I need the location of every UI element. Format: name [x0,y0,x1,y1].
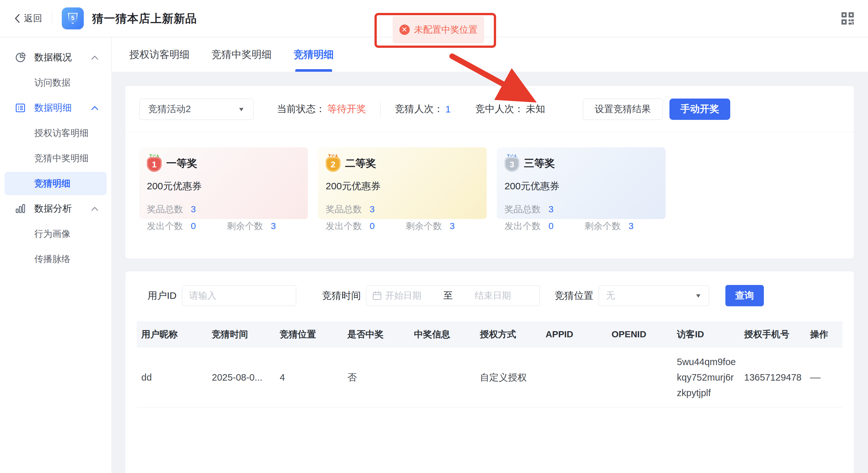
sidebar-group-label: 数据明细 [34,101,91,114]
prize-desc: 200元优惠券 [504,180,658,193]
set-result-button[interactable]: 设置竞猜结果 [583,99,663,120]
cell-visitor-id: 5wu44qm9foe kqy752murj6r zkpytjplf [672,354,740,401]
col-guess-position: 竞猜位置 [275,328,343,341]
status-row: 竞猜活动2 ▼ 当前状态： 等待开奖 竞猜人次： 1 竞中人次： 未知 设置竞猜… [125,86,854,132]
prize-issued-value: 0 [191,221,196,231]
prize-issued-label: 发出个数 [504,220,541,232]
tab-auth-visitor-detail[interactable]: 授权访客明细 [129,37,189,72]
manual-draw-button[interactable]: 手动开奖 [670,99,730,120]
activity-select-value: 竞猜活动2 [148,103,238,116]
date-range-picker[interactable]: 至 [366,285,540,306]
sidebar-group-label: 数据概况 [34,51,91,64]
header-divider [52,12,52,25]
prize-row: 1 一等奖 200元优惠券 奖品总数3 发出个数0 剩余个数3 2 [125,132,854,234]
current-status-label: 当前状态： [277,102,326,116]
col-visitor-id: 访客ID [672,328,740,341]
prize-issued-value: 0 [549,221,554,231]
sidebar-item-visit-data[interactable]: 访问数据 [0,71,111,94]
chevron-up-icon [91,206,98,211]
col-auth-type: 授权方式 [475,328,541,341]
medal-1-icon: 1 [147,157,162,172]
guess-position-select[interactable]: 无 ▼ [599,285,709,306]
user-id-input[interactable] [182,285,296,306]
chevron-up-icon [91,106,98,110]
prize-name: 二等奖 [345,156,376,171]
prize-card-third: 3 三等奖 200元优惠券 奖品总数3 发出个数0 剩余个数3 [497,147,665,219]
medal-2-icon: 2 [326,157,341,172]
sidebar-group-data-overview[interactable]: 数据概况 [0,46,111,69]
data-table: 用户昵称 竞猜时间 竞猜位置 是否中奖 中奖信息 授权方式 APPID OPEN… [137,321,842,407]
prize-card-first: 1 一等奖 200元优惠券 奖品总数3 发出个数0 剩余个数3 [139,147,308,219]
prize-remain-label: 剩余个数 [406,220,442,232]
col-win-info: 中奖信息 [409,328,475,341]
prize-remain-value: 3 [629,221,634,231]
pie-chart-icon [15,52,26,63]
status-card: 竞猜活动2 ▼ 当前状态： 等待开奖 竞猜人次： 1 竞中人次： 未知 设置竞猜… [125,86,854,259]
cell-guess-time: 2025-08-0... [207,370,275,385]
prize-total-value: 3 [370,204,375,214]
filter-row: 用户ID 竞猜时间 至 竞猜位置 无 ▼ 查询 [148,285,842,306]
end-date-input[interactable] [456,291,511,301]
col-nickname: 用户昵称 [137,328,207,341]
error-circle-icon: ✕ [399,25,410,35]
prize-remain-value: 3 [271,221,276,231]
guess-position-label: 竞猜位置 [555,289,593,302]
tab-guess-detail[interactable]: 竞猜明细 [293,37,334,72]
main-area: 授权访客明细 竞猜中奖明细 竞猜明细 竞猜活动2 ▼ 当前状态： 等待开奖 竞猜… [112,37,868,473]
html5-shield-icon: 5 [68,13,78,24]
content-area: 竞猜活动2 ▼ 当前状态： 等待开奖 竞猜人次： 1 竞中人次： 未知 设置竞猜… [112,72,868,473]
sidebar-group-label: 数据分析 [34,202,91,215]
guess-time-label: 竞猜时间 [322,289,361,302]
error-toast-text: 未配置中奖位置 [414,24,478,36]
sidebar-group-data-analysis[interactable]: 数据分析 [0,197,111,221]
sidebar-item-behavior-portrait[interactable]: 行为画像 [0,222,111,245]
cell-is-win: 否 [343,370,409,385]
start-date-input[interactable] [385,291,440,301]
prize-total-value: 3 [549,204,554,214]
activity-select[interactable]: 竞猜活动2 ▼ [140,99,253,120]
prize-issued-value: 0 [370,221,375,231]
medal-3-icon: 3 [504,157,519,172]
bar-chart-icon [15,203,26,214]
prize-remain-value: 3 [450,221,455,231]
date-to-text: 至 [443,289,453,302]
sidebar: 数据概况 访问数据 数据明细 授权访客明细 竞猜中奖明细 竞猜明细 数据分析 行… [0,37,112,473]
error-toast: ✕ 未配置中奖位置 [393,16,484,43]
visitor-id-line: zkpytjplf [677,385,740,401]
calendar-icon [372,291,382,301]
caret-down-icon: ▼ [695,293,702,299]
prize-remain-label: 剩余个数 [227,220,263,232]
prize-remain-label: 剩余个数 [585,220,621,232]
page-title: 猜一猜本店上新新品 [92,11,197,26]
sidebar-item-spread-network[interactable]: 传播脉络 [0,247,111,271]
table-row: dd 2025-08-0... 4 否 自定义授权 5wu44qm9foe kq… [137,348,842,407]
win-count-value: 未知 [526,102,545,116]
tab-guess-win-detail[interactable]: 竞猜中奖明细 [212,37,272,72]
sidebar-item-guess-win-detail[interactable]: 竞猜中奖明细 [0,147,111,170]
prize-desc: 200元优惠券 [147,180,300,193]
prize-card-second: 2 二等奖 200元优惠券 奖品总数3 发出个数0 剩余个数3 [318,147,487,219]
back-button[interactable]: 返回 [14,12,42,25]
table-card: 用户ID 竞猜时间 至 竞猜位置 无 ▼ 查询 用户昵称 [125,271,854,473]
guess-position-value: 无 [606,290,695,302]
table-header-row: 用户昵称 竞猜时间 竞猜位置 是否中奖 中奖信息 授权方式 APPID OPEN… [137,321,842,348]
sidebar-item-guess-detail[interactable]: 竞猜明细 [4,172,107,195]
sidebar-item-auth-visitor-detail[interactable]: 授权访客明细 [0,122,111,145]
prize-name: 三等奖 [524,156,555,171]
col-action: 操作 [806,328,842,341]
col-openid: OPENID [607,329,672,340]
sidebar-group-data-detail[interactable]: 数据明细 [0,96,111,120]
qr-code-icon[interactable] [840,11,855,26]
caret-down-icon: ▼ [238,106,245,112]
query-button[interactable]: 查询 [725,285,764,306]
col-guess-time: 竞猜时间 [207,328,275,341]
app-icon: 5 [62,7,84,29]
list-icon [15,102,26,113]
user-id-label: 用户ID [148,289,177,302]
tabs-bar: 授权访客明细 竞猜中奖明细 竞猜明细 [112,37,868,72]
col-phone: 授权手机号 [740,328,806,341]
guess-count-label: 竞猜人次： [395,102,443,116]
prize-name: 一等奖 [166,156,197,171]
visitor-id-line: kqy752murj6r [677,370,740,385]
chevron-up-icon [91,55,98,60]
